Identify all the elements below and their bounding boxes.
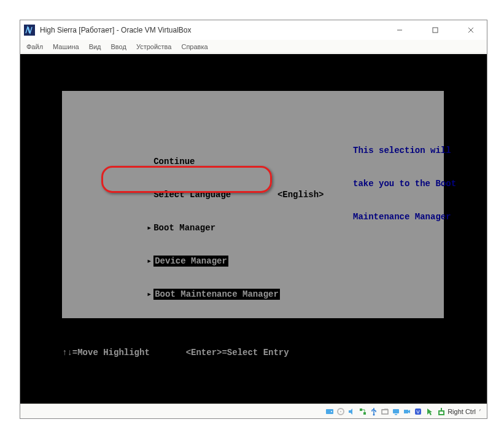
svg-rect-5 — [326, 409, 333, 414]
host-key-label: Right Ctrl — [448, 408, 476, 415]
uefi-help-line: This selection will — [353, 145, 476, 156]
svg-point-6 — [331, 411, 332, 412]
svg-rect-12 — [382, 410, 388, 414]
network-icon[interactable] — [358, 407, 368, 416]
uefi-item-boot-maintenance-manager[interactable]: ▸Boot Maintenance Manager — [145, 289, 378, 300]
menu-machine[interactable]: Машина — [49, 42, 83, 52]
svg-rect-15 — [404, 410, 408, 413]
titlebar: High Sierra [Работает] - Oracle VM Virtu… — [20, 20, 487, 40]
svg-rect-14 — [395, 414, 397, 415]
optical-drive-icon[interactable] — [336, 407, 346, 416]
uefi-label: Boot Manager — [153, 223, 215, 233]
right-arrow-icon: ▸ — [145, 256, 153, 267]
window-buttons — [387, 24, 483, 36]
minimize-button[interactable] — [387, 24, 412, 36]
vm-display[interactable]: Continue Select Language <English> ▸Boot… — [20, 54, 487, 404]
hard-disk-icon[interactable] — [325, 407, 335, 416]
uefi-language-value: <English> — [277, 190, 324, 200]
menubar: Файл Машина Вид Ввод Устройства Справка — [20, 40, 487, 53]
menu-file[interactable]: Файл — [23, 42, 47, 52]
uefi-help-text: This selection will take you to the Boot… — [353, 123, 476, 244]
maximize-button[interactable] — [423, 24, 448, 36]
svg-rect-10 — [363, 412, 366, 415]
virtualization-icon[interactable]: V — [413, 407, 423, 416]
uefi-panel: Continue Select Language <English> ▸Boot… — [62, 91, 444, 318]
svg-rect-13 — [393, 409, 399, 413]
uefi-item-continue[interactable]: Continue — [145, 156, 378, 167]
svg-point-11 — [373, 413, 375, 415]
close-button[interactable] — [459, 24, 483, 36]
usb-icon[interactable] — [369, 407, 379, 416]
uefi-item-boot-manager[interactable]: ▸Boot Manager — [145, 222, 378, 233]
uefi-footer-hints: ↑↓=Move Highlight <Enter>=Select Entry — [62, 348, 289, 358]
vm-status-bar: V Right Ctrl ⎖ — [20, 404, 487, 418]
svg-point-8 — [340, 411, 341, 412]
menu-help[interactable]: Справка — [177, 42, 211, 52]
uefi-help-line: Maintenance Manager — [353, 211, 476, 222]
uefi-item-device-manager[interactable]: ▸Device Manager — [145, 256, 378, 267]
uefi-item-select-language[interactable]: Select Language <English> — [145, 189, 378, 200]
right-arrow-icon: ▸ — [145, 222, 153, 233]
uefi-label: Select Language — [153, 190, 231, 200]
uefi-label: Continue — [153, 157, 195, 166]
svg-rect-2 — [433, 28, 438, 33]
status-expand-icon[interactable]: ⎖ — [477, 407, 483, 416]
virtualbox-window: High Sierra [Работает] - Oracle VM Virtu… — [20, 20, 487, 419]
window-title: High Sierra [Работает] - Oracle VM Virtu… — [40, 26, 387, 34]
uefi-help-line: take you to the Boot — [353, 178, 476, 189]
menu-input[interactable]: Ввод — [107, 42, 130, 52]
host-key-indicator[interactable]: Right Ctrl — [438, 408, 476, 415]
menu-devices[interactable]: Устройства — [133, 42, 176, 52]
keyboard-icon — [438, 408, 445, 415]
uefi-label: Boot Maintenance Manager — [153, 289, 280, 300]
svg-rect-9 — [360, 408, 362, 411]
virtualbox-icon — [24, 25, 35, 36]
status-icons: V — [325, 407, 434, 416]
svg-text:V: V — [416, 409, 420, 415]
shared-folders-icon[interactable] — [380, 407, 390, 416]
recording-icon[interactable] — [402, 407, 412, 416]
right-arrow-icon: ▸ — [145, 289, 153, 300]
uefi-menu: Continue Select Language <English> ▸Boot… — [104, 123, 439, 355]
menu-view[interactable]: Вид — [85, 42, 105, 52]
uefi-label: Device Manager — [153, 256, 228, 267]
display-icon[interactable] — [391, 407, 401, 416]
audio-icon[interactable] — [347, 407, 357, 416]
mouse-integration-icon[interactable] — [424, 407, 434, 416]
